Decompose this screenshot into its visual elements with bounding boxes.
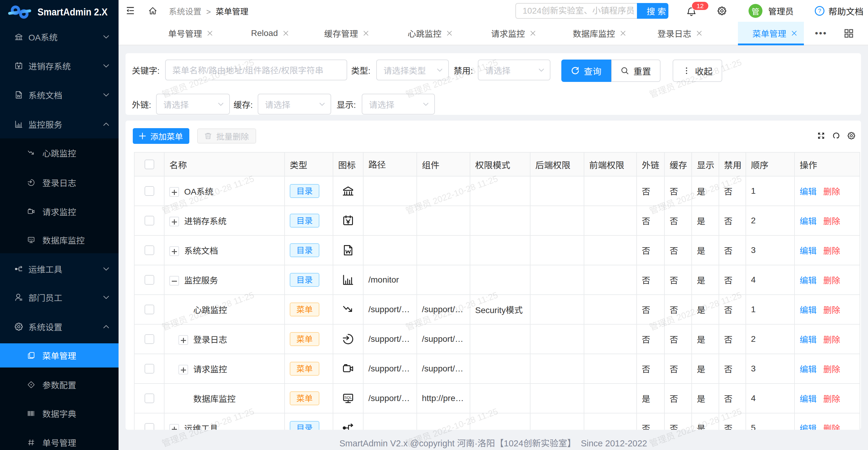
svg-text:SQL: SQL [344,395,352,400]
svg-text:?: ? [818,7,822,14]
svg-text:SQL: SQL [29,238,34,241]
